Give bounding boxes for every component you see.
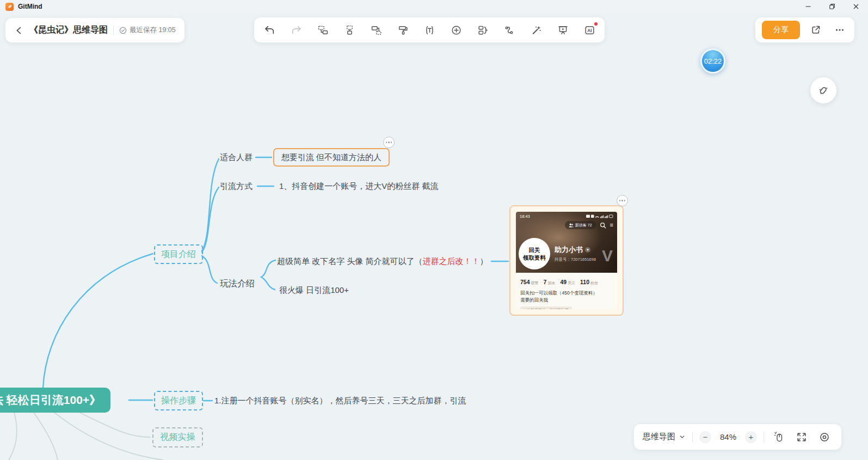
zoom-out-button[interactable]: − — [699, 431, 711, 443]
visitors-icon — [569, 223, 574, 228]
text-icon — [424, 24, 435, 36]
insert-sibling-topic-button[interactable] — [313, 20, 333, 40]
divider — [692, 432, 693, 442]
window-controls — [796, 0, 868, 13]
timer-value: 02:22 — [704, 57, 722, 65]
node-label: 操作步骤 — [161, 395, 196, 407]
chevron-left-icon — [14, 26, 24, 35]
ai-assistant-button[interactable]: AI — [580, 20, 599, 40]
relation-line-icon — [504, 24, 515, 36]
restore-button[interactable] — [820, 0, 844, 13]
save-status: 最近保存 19:05 — [119, 26, 176, 35]
insert-subtopic-button[interactable] — [340, 20, 359, 40]
insert-parent-topic-icon — [371, 24, 382, 36]
insert-parent-topic-button[interactable] — [366, 20, 386, 40]
avatar[interactable]: 回关 领取资料 — [519, 238, 550, 269]
avatar-text: 回关 — [529, 246, 540, 254]
export-icon — [810, 24, 821, 35]
beautify-fab[interactable] — [810, 77, 836, 103]
stat-followers: 110粉丝 — [580, 277, 598, 286]
douyin-id: 抖音号：72071651698 — [555, 257, 596, 262]
node-traffic-method-value[interactable]: 1、抖音创建一个账号，进大V的粉丝群 截流 — [279, 181, 439, 192]
document-header-card: 《昆虫记》思维导图 最近保存 19:05 — [5, 18, 184, 42]
visitors-pill[interactable]: 新访客 72 — [565, 221, 596, 229]
relation-line-button[interactable] — [500, 20, 519, 40]
zoom-level: 84% — [718, 432, 738, 441]
timer-bubble[interactable]: 02:22 — [700, 48, 725, 73]
fit-screen-button[interactable] — [793, 429, 810, 445]
insert-node-button[interactable] — [446, 20, 466, 40]
node-play-intro[interactable]: 玩法介绍 — [220, 278, 255, 290]
mindmap-edges — [0, 0, 868, 460]
minimize-button[interactable] — [796, 0, 820, 13]
profile-body: 754获赞 7朋友 49关注 110粉丝 回关扣一可以领取（450个变现资料） … — [516, 273, 617, 309]
stat-likes: 754获赞 — [520, 277, 539, 286]
zoom-in-button[interactable]: + — [745, 431, 757, 443]
profile-header-photo: V 18:43 新访客 72 ≡ 回关 领取资料 — [516, 212, 617, 273]
comment-bubble[interactable] — [617, 195, 628, 206]
nickname: 助力小书 ▼ — [555, 245, 596, 255]
presentation-button[interactable] — [553, 20, 572, 40]
summary-button[interactable] — [473, 20, 493, 40]
focus-view-button[interactable] — [816, 429, 833, 445]
profile-nav-row: 新访客 72 ≡ — [516, 219, 617, 229]
share-button[interactable]: 分享 — [762, 21, 800, 39]
root-node[interactable]: 玩法 轻松日引流100+》 — [0, 388, 110, 413]
mouse-mode-button[interactable] — [771, 429, 787, 445]
view-mode-select[interactable]: 思维导图 — [643, 432, 686, 442]
attached-image-node[interactable]: V 18:43 新访客 72 ≡ 回关 领取资料 — [509, 205, 624, 316]
play-value-text: 超级简单 改下名字 头像 简介就可以了（ — [277, 256, 423, 266]
more-dots-icon — [834, 24, 845, 35]
comment-bubble[interactable] — [383, 137, 395, 148]
visitors-label: 新访客 72 — [575, 223, 592, 228]
search-icon[interactable] — [600, 222, 606, 229]
play-value-highlight: 进群之后改！！ — [423, 256, 480, 266]
insert-text-button[interactable] — [420, 20, 439, 40]
view-mode-label: 思维导图 — [643, 432, 675, 442]
status-time: 18:43 — [520, 214, 530, 219]
node-suitable-value[interactable]: 想要引流 但不知道方法的人 — [273, 148, 390, 167]
notification-dot — [594, 22, 598, 26]
node-suitable-people[interactable]: 适合人群 — [220, 152, 253, 163]
avatar-text: 领取资料 — [523, 254, 546, 261]
document-title[interactable]: 《昆虫记》思维导图 — [29, 24, 108, 36]
profile-row: 回关 领取资料 助力小书 ▼ 抖音号：72071651698 — [519, 238, 596, 269]
menu-icon[interactable]: ≡ — [610, 222, 613, 228]
node-play-value-1[interactable]: 超级简单 改下名字 头像 简介就可以了（进群之后改！！） — [277, 256, 488, 267]
add-tags-pill[interactable]: + 添加所在地、性别等标签 — [520, 306, 572, 310]
export-button[interactable] — [808, 22, 824, 38]
node-label: 想要引流 但不知道方法的人 — [281, 152, 381, 163]
presentation-icon — [557, 24, 569, 36]
app-title: GitMind — [18, 3, 42, 10]
profile-stats: 754获赞 7朋友 49关注 110粉丝 — [520, 277, 613, 286]
node-video-practice[interactable]: 视频实操 — [152, 427, 203, 447]
magic-wand-button[interactable] — [526, 20, 546, 40]
photo-watermark: V — [602, 247, 613, 265]
chevron-down-icon — [679, 433, 686, 440]
undo-button[interactable] — [260, 20, 279, 40]
divider — [113, 26, 114, 35]
node-operation-steps-value[interactable]: 1.注册一个抖音账号（别实名），然后养号三天，三天之后加群，引流 — [214, 396, 466, 406]
redo-button[interactable] — [286, 20, 306, 40]
eye-icon — [819, 432, 830, 443]
view-control-bar: 思维导图 − 84% + — [634, 424, 841, 450]
close-button[interactable] — [844, 0, 868, 13]
root-node-label: 玩法 轻松日引流100+》 — [0, 392, 101, 408]
redo-icon — [291, 24, 302, 36]
window-titlebar: GitMind — [0, 0, 868, 13]
phone-status-bar: 18:43 — [516, 212, 617, 219]
magic-wand-icon — [531, 24, 542, 36]
node-project-intro[interactable]: 项目介绍 — [154, 244, 203, 264]
format-painter-button[interactable] — [393, 20, 413, 40]
profile-bio: 回关扣一可以领取（450个变现资料） 需要的回关我 — [520, 290, 613, 304]
node-label: 视频实操 — [161, 432, 195, 443]
back-button[interactable] — [14, 26, 24, 35]
more-button[interactable] — [832, 22, 848, 38]
caret-down-icon[interactable]: ▼ — [585, 247, 590, 253]
status-icons — [586, 214, 613, 219]
node-traffic-method[interactable]: 引流方式 — [220, 181, 253, 192]
node-play-value-2[interactable]: 很火爆 日引流100+ — [279, 285, 349, 296]
beautify-wand-icon — [817, 84, 830, 97]
expand-icon — [796, 432, 807, 443]
node-operation-steps[interactable]: 操作步骤 — [154, 391, 203, 410]
